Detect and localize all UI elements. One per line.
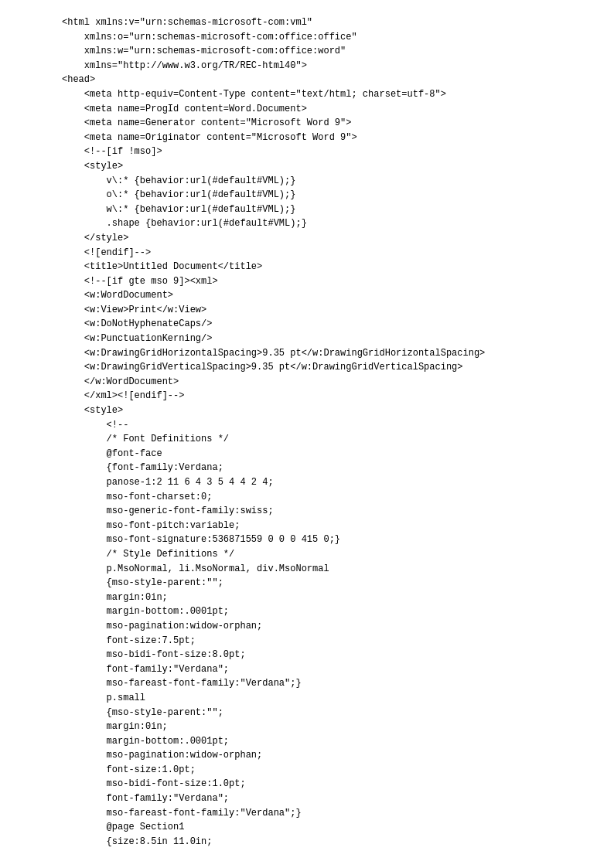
code-line: margin-bottom:.0001pt; — [62, 604, 552, 619]
code-line: <head> — [62, 73, 552, 87]
code-line: <title>Untitled Document</title> — [62, 260, 552, 274]
code-line: <w:PunctuationKerning/> — [62, 332, 552, 346]
code-line: mso-bidi-font-size:1.0pt; — [62, 777, 552, 791]
code-line: .shape {behavior:url(#default#VML);} — [62, 216, 552, 231]
code-line: {size:8.5in 11.0in; — [62, 835, 552, 849]
code-line: <w:DrawingGridVerticalSpacing>9.35 pt</w… — [62, 360, 552, 375]
code-line: {font-family:Verdana; — [62, 461, 552, 475]
code-line: margin:0in; — [62, 720, 552, 734]
code-line: <w:DrawingGridHorizontalSpacing>9.35 pt<… — [62, 346, 552, 361]
code-line: <meta http-equiv=Content-Type content="t… — [62, 87, 552, 102]
code-line: <html xmlns:v="urn:schemas-microsoft-com… — [62, 15, 552, 30]
code-line: <meta name=ProgId content=Word.Document> — [62, 102, 552, 117]
code-line: <w:View>Print</w:View> — [62, 303, 552, 318]
code-line: margin:0in; — [62, 591, 552, 605]
code-line: xmlns:w="urn:schemas-microsoft-com:offic… — [62, 44, 552, 59]
code-line: <meta name=Generator content="Microsoft … — [62, 116, 552, 131]
code-line: <w:WordDocument> — [62, 288, 552, 303]
code-line: w\:* {behavior:url(#default#VML);} — [62, 203, 552, 217]
code-line: font-size:7.5pt; — [62, 634, 552, 648]
code-line: <!-- — [62, 418, 552, 433]
code-line: mso-fareast-font-family:"Verdana";} — [62, 806, 552, 821]
code-line: mso-pagination:widow-orphan; — [62, 748, 552, 763]
code-line: <meta name=Originator content="Microsoft… — [62, 131, 552, 145]
code-line: </style> — [62, 231, 552, 246]
code-line: xmlns:o="urn:schemas-microsoft-com:offic… — [62, 30, 552, 45]
code-line: p.small — [62, 691, 552, 706]
code-line: margin-bottom:.0001pt; — [62, 734, 552, 749]
code-line: p.MsoNormal, li.MsoNormal, div.MsoNormal — [62, 562, 552, 577]
code-line: </w:WordDocument> — [62, 375, 552, 390]
code-line: {mso-style-parent:""; — [62, 576, 552, 591]
code-line: </xml><![endif]--> — [62, 389, 552, 403]
code-line: <!--[if !mso]> — [62, 145, 552, 159]
code-line: <w:DoNotHyphenateCaps/> — [62, 317, 552, 332]
code-line: /* Style Definitions */ — [62, 547, 552, 562]
code-line: <style> — [62, 403, 552, 418]
code-line: mso-bidi-font-size:8.0pt; — [62, 648, 552, 662]
code-line: font-size:1.0pt; — [62, 763, 552, 778]
code-line: {mso-style-parent:""; — [62, 706, 552, 720]
code-line: mso-font-pitch:variable; — [62, 519, 552, 533]
code-line: mso-font-charset:0; — [62, 490, 552, 505]
code-line: @font-face — [62, 447, 552, 461]
code-line: xmlns="http://www.w3.org/TR/REC-html40"> — [62, 59, 552, 73]
code-line: <![endif]--> — [62, 246, 552, 260]
code-line: <!--[if gte mso 9]><xml> — [62, 274, 552, 289]
code-line: o\:* {behavior:url(#default#VML);} — [62, 188, 552, 203]
code-line: mso-generic-font-family:swiss; — [62, 504, 552, 519]
code-line: mso-fareast-font-family:"Verdana";} — [62, 676, 552, 691]
code-line: font-family:"Verdana"; — [62, 791, 552, 806]
code-line: v\:* {behavior:url(#default#VML);} — [62, 174, 552, 189]
code-line: @page Section1 — [62, 820, 552, 835]
code-line: font-family:"Verdana"; — [62, 662, 552, 677]
code-line: mso-pagination:widow-orphan; — [62, 619, 552, 634]
code-line: <style> — [62, 159, 552, 174]
code-content: <html xmlns:v="urn:schemas-microsoft-com… — [62, 15, 552, 849]
code-line: panose-1:2 11 6 4 3 5 4 4 2 4; — [62, 475, 552, 490]
code-line: mso-font-signature:536871559 0 0 0 415 0… — [62, 533, 552, 547]
code-line: /* Font Definitions */ — [62, 432, 552, 447]
